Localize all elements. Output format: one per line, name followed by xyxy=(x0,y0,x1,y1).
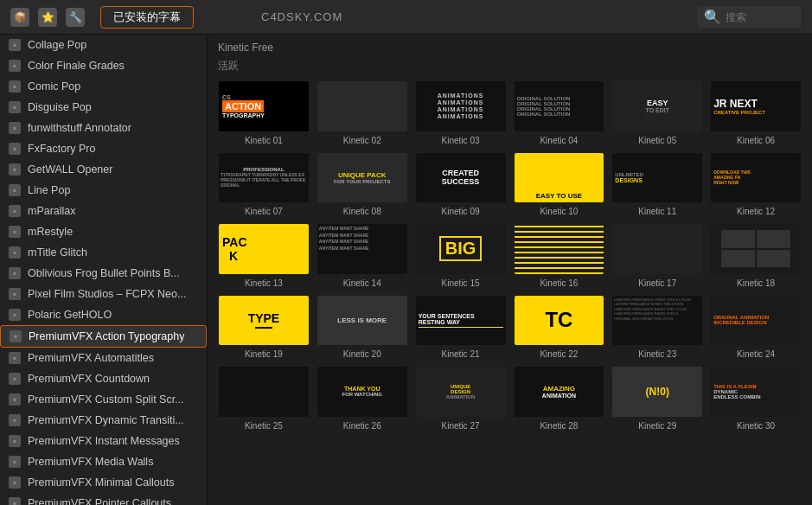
sidebar-item-17[interactable]: ■PremiumVFX Custom Split Scr... xyxy=(0,389,207,410)
sidebar-icon-0: ■ xyxy=(9,39,21,51)
sidebar-item-label-16: PremiumVFX Countdown xyxy=(28,373,150,385)
grid-item-3[interactable]: ORIGINAL SOLUTION ORIGINAL SOLUTION ORIG… xyxy=(514,80,605,145)
sidebar-item-6[interactable]: ■GetWALL Opener xyxy=(0,159,207,180)
toolbar-icon-3[interactable]: 🔧 xyxy=(66,8,85,27)
sidebar-item-11[interactable]: ■Oblivious Frog Bullet Points B... xyxy=(0,263,207,284)
thumb-11: DOWNLOAD THIS AMAZING FK RIGHT NOW xyxy=(710,152,802,204)
grid-item-29[interactable]: THIS IS A FLEXIB DYNAMIC ENDLESS COMBIN … xyxy=(710,366,802,431)
search-input[interactable] xyxy=(726,11,795,23)
toolbar: 📦 ⭐ 🔧 已安装的字幕 C4DSKY.COM 🔍 xyxy=(0,0,812,35)
grid-item-14[interactable]: BIG Kinetic 15 xyxy=(415,223,507,288)
sidebar-item-21[interactable]: ■PremiumVFX Minimal Callouts xyxy=(0,472,207,493)
thumb-10: UNLIMITED DESIGNS xyxy=(611,152,703,204)
grid-item-21[interactable]: TC Kinetic 22 xyxy=(514,295,605,360)
thumb-12: PAC K xyxy=(218,223,310,275)
grid-item-7[interactable]: UNIQUE PACK FOR YOUR PROJECTS Kinetic 08 xyxy=(316,152,408,217)
sidebar-item-16[interactable]: ■PremiumVFX Countdown xyxy=(0,368,207,389)
sidebar-icon-18: ■ xyxy=(9,414,21,426)
sidebar-item-14[interactable]: ■PremiumVFX Action Typography xyxy=(0,325,207,348)
sidebar-item-8[interactable]: ■mParallax xyxy=(0,201,207,221)
sidebar-item-0[interactable]: ■Collage Pop xyxy=(0,35,207,55)
grid-item-13[interactable]: ANYITEM WANT SHAREANYITEM WANT SHAREANYI… xyxy=(316,223,408,288)
thumb-label-11: Kinetic 12 xyxy=(737,207,775,216)
sidebar-item-1[interactable]: ■Color Finale Grades xyxy=(0,55,207,76)
thumb-label-0: Kinetic 01 xyxy=(245,136,283,145)
thumb-13: ANYITEM WANT SHAREANYITEM WANT SHAREANYI… xyxy=(316,223,408,275)
sidebar-icon-9: ■ xyxy=(9,226,21,238)
sidebar-item-10[interactable]: ■mTitle Glitch xyxy=(0,242,207,263)
sidebar-item-label-4: funwithstuff Annotator xyxy=(28,122,131,134)
grid-item-2[interactable]: ANIMATIONS ANIMATIONS ANIMATIONS ANIMATI… xyxy=(415,80,507,145)
thumb-23: ORIGINAL ANIMATION INCREDIBLE DESIGN xyxy=(710,295,802,347)
thumb-label-27: Kinetic 28 xyxy=(540,421,578,431)
grid-item-6[interactable]: PROFESSIONAL TYPOGRAPHY TURNPADDY UNLESS… xyxy=(218,152,310,217)
grid-item-16[interactable]: Kinetic 17 xyxy=(611,223,703,288)
sidebar-item-label-10: mTitle Glitch xyxy=(28,246,87,259)
grid-item-27[interactable]: AMAZING ANIMATION Kinetic 28 xyxy=(514,366,605,431)
sidebar-item-9[interactable]: ■mRestyle xyxy=(0,221,207,242)
sidebar-item-12[interactable]: ■Pixel Film Studios – FCPX Neo... xyxy=(0,284,207,304)
sidebar-item-4[interactable]: ■funwithstuff Annotator xyxy=(0,118,207,138)
thumb-5: JR NEXT CREATIVE PROJECT xyxy=(710,80,802,132)
grid-item-17[interactable]: Kinetic 18 xyxy=(710,223,802,288)
sidebar-icon-19: ■ xyxy=(9,435,21,447)
thumb-label-14: Kinetic 15 xyxy=(442,278,480,288)
sidebar-item-label-7: Line Pop xyxy=(28,184,70,196)
thumb-3: ORIGINAL SOLUTION ORIGINAL SOLUTION ORIG… xyxy=(514,80,605,132)
sidebar-item-label-3: Disguise Pop xyxy=(28,101,92,113)
sidebar: ■Collage Pop■Color Finale Grades■Comic P… xyxy=(0,35,208,505)
grid-item-28[interactable]: (N!0) Kinetic 29 xyxy=(611,366,703,431)
sidebar-icon-2: ■ xyxy=(9,80,21,93)
grid-item-4[interactable]: EASY TO EDIT Kinetic 05 xyxy=(611,80,703,145)
sidebar-icon-5: ■ xyxy=(9,143,21,155)
grid-item-26[interactable]: UNIQUE DESIGN ANIMATION Kinetic 27 xyxy=(415,366,507,431)
tab-installed[interactable]: 已安装的字幕 xyxy=(100,6,194,29)
grid-item-11[interactable]: DOWNLOAD THIS AMAZING FK RIGHT NOW Kinet… xyxy=(710,152,802,217)
sidebar-icon-21: ■ xyxy=(9,476,21,489)
sidebar-item-15[interactable]: ■PremiumVFX Automatitles xyxy=(0,348,207,368)
sidebar-icon-14: ■ xyxy=(10,330,22,342)
grid-item-25[interactable]: THANK YOU FOR WATCHING Kinetic 26 xyxy=(316,366,408,431)
sidebar-item-label-20: PremiumVFX Media Walls xyxy=(28,456,153,468)
search-box[interactable]: 🔍 xyxy=(697,6,802,28)
sidebar-item-label-17: PremiumVFX Custom Split Scr... xyxy=(28,393,184,406)
thumb-27: AMAZING ANIMATION xyxy=(514,366,605,418)
grid-item-5[interactable]: JR NEXT CREATIVE PROJECT Kinetic 06 xyxy=(710,80,802,145)
grid-item-1[interactable]: Kinetic 02 xyxy=(316,80,408,145)
grid-item-19[interactable]: LESS IS MORE Kinetic 20 xyxy=(316,295,408,360)
grid-item-20[interactable]: YOUR SENTENCES RESTING WAY Kinetic 21 xyxy=(415,295,507,360)
grid-item-22[interactable]: LAWYERS FREELANCE USING TOOLS LYCUSLAYER… xyxy=(611,295,703,360)
grid-item-24[interactable]: Kinetic 25 xyxy=(218,366,310,431)
sidebar-icon-3: ■ xyxy=(9,101,21,113)
grid-item-12[interactable]: PAC K Kinetic 13 xyxy=(218,223,310,288)
grid-item-0[interactable]: CSACTIONTYPOGRAPHYKinetic 01 xyxy=(218,80,310,145)
grid-item-10[interactable]: UNLIMITED DESIGNS Kinetic 11 xyxy=(611,152,703,217)
sidebar-item-label-1: Color Finale Grades xyxy=(28,60,125,72)
thumb-label-28: Kinetic 29 xyxy=(638,421,676,431)
sidebar-item-label-6: GetWALL Opener xyxy=(28,163,112,176)
sidebar-item-20[interactable]: ■PremiumVFX Media Walls xyxy=(0,451,207,472)
sidebar-item-13[interactable]: ■Polaric GetHOLO xyxy=(0,304,207,325)
sidebar-item-2[interactable]: ■Comic Pop xyxy=(0,76,207,97)
grid-item-15[interactable]: Kinetic 16 xyxy=(514,223,605,288)
sidebar-icon-17: ■ xyxy=(9,393,21,406)
grid-item-8[interactable]: CREATED SUCCESS Kinetic 09 xyxy=(415,152,507,217)
grid-item-9[interactable]: EASY TO USE Kinetic 10 xyxy=(514,152,605,217)
sidebar-item-18[interactable]: ■PremiumVFX Dynamic Transiti... xyxy=(0,410,207,431)
sidebar-item-label-22: PremiumVFX Pointer Callouts xyxy=(28,497,171,505)
sidebar-item-22[interactable]: ■PremiumVFX Pointer Callouts xyxy=(0,493,207,505)
content-area: Kinetic Free 活跃 CSACTIONTYPOGRAPHYKineti… xyxy=(208,35,812,505)
thumb-label-12: Kinetic 13 xyxy=(245,278,283,288)
sidebar-item-3[interactable]: ■Disguise Pop xyxy=(0,97,207,118)
grid-item-18[interactable]: TYPE Kinetic 19 xyxy=(218,295,310,360)
toolbar-icon-2[interactable]: ⭐ xyxy=(38,8,57,27)
sidebar-item-7[interactable]: ■Line Pop xyxy=(0,180,207,201)
thumb-4: EASY TO EDIT xyxy=(611,80,703,132)
thumb-label-4: Kinetic 05 xyxy=(638,136,676,145)
sidebar-item-5[interactable]: ■FxFactory Pro xyxy=(0,138,207,159)
grid-item-23[interactable]: ORIGINAL ANIMATION INCREDIBLE DESIGN Kin… xyxy=(710,295,802,360)
sidebar-icon-8: ■ xyxy=(9,205,21,217)
sidebar-item-19[interactable]: ■PremiumVFX Instant Messages xyxy=(0,431,207,451)
toolbar-icon-1[interactable]: 📦 xyxy=(10,8,29,27)
sidebar-item-label-0: Collage Pop xyxy=(28,39,86,51)
